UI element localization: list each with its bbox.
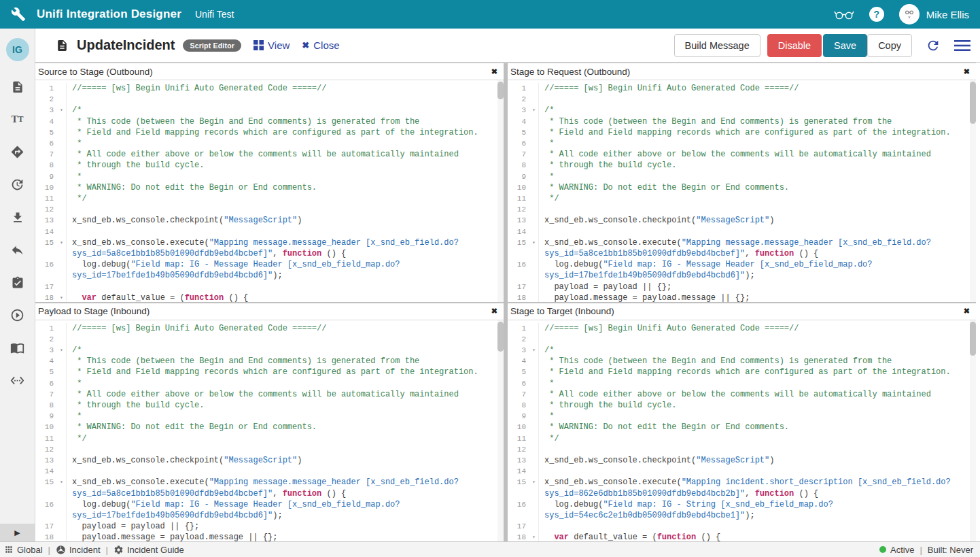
user-name[interactable]: Mike Ellis: [926, 9, 969, 20]
code-editor[interactable]: 1//===== [ws] Begin Unifi Auto Generated…: [35, 80, 504, 302]
fold-arrow-icon[interactable]: ▾: [529, 237, 538, 248]
fold-arrow-icon[interactable]: ▾: [529, 532, 538, 541]
scrollbar-track[interactable]: [970, 320, 976, 542]
code-line[interactable]: 18▾ var default_value = (function () {: [35, 292, 504, 302]
code-line[interactable]: 1//===== [ws] Begin Unifi Auto Generated…: [508, 323, 976, 334]
code-line[interactable]: sys_id=5a8ce1bb1b85b01090dfdb9ebd4bcbef]…: [35, 488, 504, 499]
code-line[interactable]: 5 * Field and Field mapping records whic…: [508, 127, 976, 138]
code-line[interactable]: 15▾x_snd_eb.ws_console.execute("Mapping …: [35, 477, 504, 488]
sidebar-expand-button[interactable]: ▶: [0, 524, 35, 541]
fold-arrow-icon[interactable]: ▾: [57, 345, 66, 356]
directions-icon[interactable]: [10, 145, 24, 159]
build-message-button[interactable]: Build Message: [674, 34, 760, 57]
fold-arrow-icon[interactable]: ▾: [57, 105, 66, 116]
fold-arrow-icon[interactable]: ▾: [529, 105, 538, 116]
code-line[interactable]: 14: [35, 226, 504, 237]
code-line[interactable]: 10 * WARNING: Do not edit the Begin or E…: [35, 422, 504, 433]
code-line[interactable]: 3▾/*: [508, 345, 976, 356]
code-line[interactable]: 6 *: [35, 378, 504, 389]
code-line[interactable]: sys_id=17be1fde1b49b05090dfdb9ebd4bcbd6]…: [508, 270, 976, 281]
tasks-icon[interactable]: [11, 275, 24, 290]
panel-close-icon[interactable]: ✖: [964, 307, 970, 315]
close-button[interactable]: ✖ Close: [302, 39, 339, 51]
code-line[interactable]: 17 payload = payload || {};: [35, 521, 504, 532]
code-line[interactable]: 1//===== [ws] Begin Unifi Auto Generated…: [508, 83, 976, 94]
code-line[interactable]: 2: [35, 94, 504, 105]
fold-arrow-icon[interactable]: ▾: [57, 292, 66, 302]
view-button[interactable]: View: [253, 39, 290, 51]
code-line[interactable]: 12: [35, 204, 504, 215]
code-line[interactable]: 8 * through the build cycle.: [35, 400, 504, 411]
code-line[interactable]: 7 * All code either above or below the c…: [508, 149, 976, 160]
menu-icon[interactable]: [954, 39, 970, 52]
code-line[interactable]: sys_id=5a8ce1bb1b85b01090dfdb9ebd4bcbef]…: [508, 248, 976, 259]
code-line[interactable]: 7 * All code either above or below the c…: [508, 389, 976, 400]
code-line[interactable]: 4 * This code (between the Begin and End…: [508, 116, 976, 127]
panel-close-icon[interactable]: ✖: [964, 68, 970, 75]
code-line[interactable]: 2: [508, 94, 976, 105]
scrollbar-thumb[interactable]: [497, 82, 504, 99]
scrollbar-track[interactable]: [497, 320, 504, 542]
fold-arrow-icon[interactable]: ▾: [57, 237, 66, 248]
code-line[interactable]: 11 */: [508, 433, 976, 444]
scrollbar-track[interactable]: [497, 80, 504, 302]
code-line[interactable]: 11 */: [35, 193, 504, 204]
code-line[interactable]: sys_id=5a8ce1bb1b85b01090dfdb9ebd4bcbef]…: [35, 248, 504, 259]
code-editor[interactable]: 1//===== [ws] Begin Unifi Auto Generated…: [508, 320, 976, 542]
code-line[interactable]: 1//===== [ws] Begin Unifi Auto Generated…: [35, 323, 504, 334]
document-icon[interactable]: [11, 80, 24, 94]
code-line[interactable]: 13x_snd_eb.ws_console.checkpoint("Messag…: [35, 215, 504, 226]
code-line[interactable]: 9 *: [508, 171, 976, 182]
code-line[interactable]: 11 */: [35, 433, 504, 444]
text-format-icon[interactable]: TT: [11, 112, 23, 126]
scrollbar-thumb[interactable]: [497, 322, 504, 352]
code-line[interactable]: 16 log.debug("Field map: IG - Message He…: [35, 259, 504, 270]
statusbar-incident-guide[interactable]: Incident Guide: [113, 545, 184, 555]
reply-icon[interactable]: [10, 243, 24, 257]
fold-arrow-icon[interactable]: ▾: [529, 345, 538, 356]
code-line[interactable]: 13x_snd_eb.ws_console.checkpoint("Messag…: [35, 455, 504, 466]
code-line[interactable]: sys_id=17be1fde1b49b05090dfdb9ebd4bcbd6]…: [35, 510, 504, 521]
panel-close-icon[interactable]: ✖: [491, 68, 497, 75]
code-line[interactable]: 8 * through the build cycle.: [35, 160, 504, 171]
code-line[interactable]: 18 payload.message = payload.message || …: [35, 532, 504, 541]
code-line[interactable]: 7 * All code either above or below the c…: [35, 149, 504, 160]
code-line[interactable]: 17: [35, 282, 504, 292]
avatar[interactable]: [899, 4, 920, 24]
code-line[interactable]: 17 payload = payload || {};: [508, 282, 976, 292]
scrollbar-thumb[interactable]: [970, 322, 976, 356]
statusbar-incident[interactable]: Incident: [56, 545, 101, 555]
code-line[interactable]: 2: [508, 334, 976, 345]
code-line[interactable]: 1//===== [ws] Begin Unifi Auto Generated…: [35, 83, 504, 94]
code-line[interactable]: 18 payload.message = payload.message || …: [508, 292, 976, 302]
code-line[interactable]: 18▾ var default_value = (function () {: [508, 532, 976, 541]
code-line[interactable]: 7 * All code either above or below the c…: [35, 389, 504, 400]
code-line[interactable]: sys_id=17be1fde1b49b05090dfdb9ebd4bcbd6]…: [35, 270, 504, 281]
code-line[interactable]: 12: [508, 204, 976, 215]
code-line[interactable]: 12: [508, 444, 976, 455]
code-editor[interactable]: 1//===== [ws] Begin Unifi Auto Generated…: [35, 320, 504, 542]
code-line[interactable]: 16 log.debug("Field map: IG - Message He…: [508, 259, 976, 270]
code-line[interactable]: 17: [508, 521, 976, 532]
code-line[interactable]: 9 *: [35, 411, 504, 422]
code-line[interactable]: sys_id=54ec6c2e1b0db05090dfdb9ebd4bcbe1]…: [508, 510, 976, 521]
code-line[interactable]: 16 log.debug("Field map: IG - Message He…: [35, 499, 504, 510]
help-icon[interactable]: ?: [869, 7, 884, 22]
code-line[interactable]: 15▾x_snd_eb.ws_console.execute("Mapping …: [508, 477, 976, 488]
code-line[interactable]: 4 * This code (between the Begin and End…: [508, 356, 976, 367]
code-line[interactable]: 9 *: [508, 411, 976, 422]
code-line[interactable]: 8 * through the build cycle.: [508, 400, 976, 411]
code-line[interactable]: 13x_snd_eb.ws_console.checkpoint("Messag…: [508, 215, 976, 226]
code-line[interactable]: 3▾/*: [508, 105, 976, 116]
disable-button[interactable]: Disable: [767, 34, 822, 57]
code-line[interactable]: 3▾/*: [35, 345, 504, 356]
code-line[interactable]: 5 * Field and Field mapping records whic…: [35, 367, 504, 377]
code-line[interactable]: 3▾/*: [35, 105, 504, 116]
code-line[interactable]: 6 *: [508, 378, 976, 389]
code-line[interactable]: 9 *: [35, 171, 504, 182]
code-line[interactable]: 2: [35, 334, 504, 345]
code-line[interactable]: 11 */: [508, 193, 976, 204]
code-line[interactable]: 5 * Field and Field mapping records whic…: [35, 127, 504, 138]
code-line[interactable]: 10 * WARNING: Do not edit the Begin or E…: [508, 182, 976, 193]
save-button[interactable]: Save: [823, 34, 867, 57]
